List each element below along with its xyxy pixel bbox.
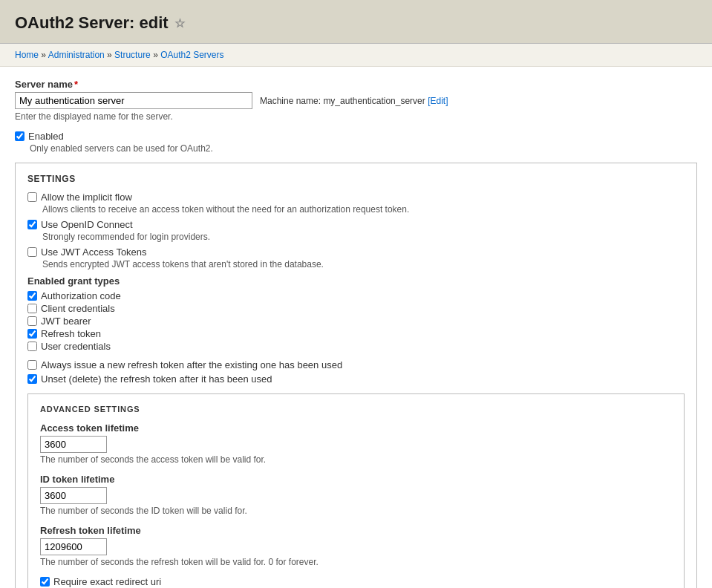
openid-row: Use OpenID Connect (27, 219, 685, 230)
server-name-input[interactable] (15, 92, 252, 109)
openid-description: Strongly recommended for login providers… (42, 232, 685, 242)
grant-refresh-token-label[interactable]: Refresh token (41, 328, 101, 339)
star-icon[interactable]: ☆ (174, 16, 185, 30)
access-token-label: Access token lifetime (40, 422, 672, 434)
grant-types-label: Enabled grant types (27, 275, 685, 287)
enabled-checkbox[interactable] (15, 131, 25, 141)
exact-redirect-row: Require exact redirect uri (40, 576, 672, 587)
grant-refresh-token-row: Refresh token (27, 328, 685, 339)
jwt-tokens-label[interactable]: Use JWT Access Tokens (41, 246, 147, 258)
always-issue-label[interactable]: Always issue a new refresh token after t… (41, 359, 342, 370)
implicit-flow-row: Allow the implicit flow (27, 192, 685, 203)
server-name-row: Machine name: my_authentication_server [… (15, 92, 697, 109)
grant-client-cred-row: Client credentials (27, 303, 685, 314)
enabled-group: Enabled Only enabled servers can be used… (15, 131, 697, 154)
implicit-flow-label[interactable]: Allow the implicit flow (41, 192, 132, 203)
id-token-input[interactable] (40, 487, 107, 504)
always-issue-row: Always issue a new refresh token after t… (27, 359, 685, 370)
advanced-settings-title: ADVANCED SETTINGS (40, 405, 672, 414)
jwt-tokens-checkbox[interactable] (27, 247, 37, 257)
exact-redirect-group: Require exact redirect uri Require the r… (40, 576, 672, 588)
grant-client-cred-checkbox[interactable] (27, 304, 37, 313)
id-token-description: The number of seconds the ID token will … (40, 506, 672, 516)
implicit-flow-checkbox[interactable] (27, 192, 37, 202)
openid-checkbox[interactable] (27, 220, 37, 229)
breadcrumb-home[interactable]: Home (15, 50, 39, 60)
jwt-tokens-description: Sends encrypted JWT access tokens that a… (42, 259, 685, 270)
grant-jwt-bearer-label[interactable]: JWT bearer (41, 316, 91, 327)
page-title: OAuth2 Server: edit ☆ (15, 13, 697, 33)
main-content: Server name* Machine name: my_authentica… (0, 67, 712, 588)
enabled-label[interactable]: Enabled (28, 131, 64, 142)
breadcrumb-structure[interactable]: Structure (114, 50, 151, 60)
id-token-group: ID token lifetime The number of seconds … (40, 474, 672, 516)
refresh-token-input[interactable] (40, 538, 107, 555)
implicit-flow-description: Allows clients to receive an access toke… (42, 204, 685, 215)
grant-auth-code-row: Authorization code (27, 290, 685, 301)
advanced-settings-box: ADVANCED SETTINGS Access token lifetime … (27, 393, 685, 588)
machine-name-edit-link[interactable]: [Edit] (428, 96, 448, 106)
access-token-group: Access token lifetime The number of seco… (40, 422, 672, 465)
settings-title: SETTINGS (27, 174, 685, 184)
grant-user-cred-row: User credentials (27, 341, 685, 352)
grant-jwt-bearer-row: JWT bearer (27, 316, 685, 327)
settings-box: SETTINGS Allow the implicit flow Allows … (15, 163, 697, 588)
enabled-row: Enabled (15, 131, 697, 142)
refresh-token-group: Refresh token lifetime The number of sec… (40, 525, 672, 567)
jwt-tokens-row: Use JWT Access Tokens (27, 246, 685, 258)
server-name-group: Server name* Machine name: my_authentica… (15, 79, 697, 122)
id-token-label: ID token lifetime (40, 474, 672, 485)
grant-user-cred-label[interactable]: User credentials (41, 341, 111, 352)
refresh-token-description: The number of seconds the refresh token … (40, 557, 672, 567)
enabled-description: Only enabled servers can be used for OAu… (30, 143, 697, 154)
exact-redirect-checkbox[interactable] (40, 577, 50, 587)
unset-refresh-row: Unset (delete) the refresh token after i… (27, 373, 685, 385)
server-name-label: Server name* (15, 79, 697, 90)
server-name-description: Enter the displayed name for the server. (15, 111, 697, 122)
grant-auth-code-checkbox[interactable] (27, 291, 37, 301)
always-issue-checkbox[interactable] (27, 360, 37, 370)
refresh-token-label: Refresh token lifetime (40, 525, 672, 536)
unset-refresh-label[interactable]: Unset (delete) the refresh token after i… (41, 373, 272, 385)
machine-name-text: Machine name: my_authentication_server [… (260, 96, 448, 106)
openid-label[interactable]: Use OpenID Connect (41, 219, 133, 230)
breadcrumb-administration[interactable]: Administration (48, 50, 105, 60)
grant-auth-code-label[interactable]: Authorization code (41, 290, 121, 301)
grant-jwt-bearer-checkbox[interactable] (27, 316, 37, 326)
page-header: OAuth2 Server: edit ☆ (0, 0, 712, 44)
grant-user-cred-checkbox[interactable] (27, 342, 37, 351)
page-title-text: OAuth2 Server: edit (15, 13, 169, 33)
unset-refresh-checkbox[interactable] (27, 374, 37, 384)
access-token-description: The number of seconds the access token w… (40, 454, 672, 465)
grant-client-cred-label[interactable]: Client credentials (41, 303, 115, 314)
breadcrumb: Home » Administration » Structure » OAut… (0, 44, 712, 67)
required-star: * (74, 79, 78, 90)
grant-refresh-token-checkbox[interactable] (27, 329, 37, 339)
access-token-input[interactable] (40, 436, 107, 453)
exact-redirect-label[interactable]: Require exact redirect uri (53, 576, 161, 587)
breadcrumb-oauth2-servers[interactable]: OAuth2 Servers (160, 50, 223, 60)
